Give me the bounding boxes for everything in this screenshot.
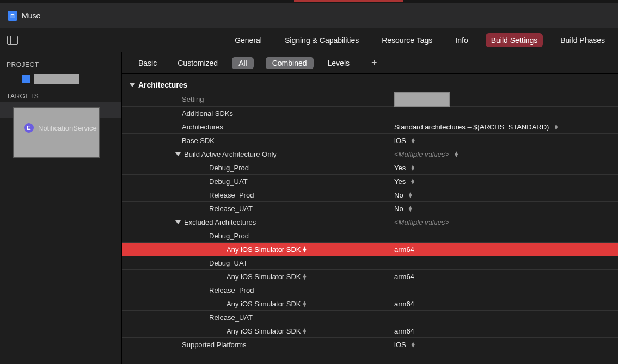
config-value[interactable]: Yes ▲▼ bbox=[394, 164, 618, 172]
setting-base-sdk[interactable]: Base SDK iOS ▲▼ bbox=[122, 133, 618, 147]
setting-value[interactable]: Standard architectures – $(ARCHS_STANDAR… bbox=[394, 123, 618, 131]
column-header-row: Setting bbox=[122, 92, 618, 106]
tab-signing[interactable]: Signing & Capabilities bbox=[279, 33, 364, 47]
setting-supported-platforms[interactable]: Supported Platforms iOS ▲▼ bbox=[122, 337, 618, 351]
sdk-label: Any iOS Simulator SDK ▲▼ bbox=[122, 300, 394, 308]
target-label: NotificationService bbox=[38, 124, 97, 132]
stepper-icon: ▲▼ bbox=[408, 192, 413, 198]
excluded-release-prod[interactable]: Release_Prod bbox=[122, 283, 618, 297]
config-value[interactable]: No ▲▼ bbox=[394, 191, 618, 199]
tab-build-phases[interactable]: Build Phases bbox=[555, 33, 610, 47]
project-file-icon bbox=[22, 75, 30, 83]
disclosure-down-icon bbox=[175, 220, 181, 224]
setting-label: Supported Platforms bbox=[122, 341, 394, 349]
project-section-label: PROJECT bbox=[7, 61, 115, 69]
sdk-label-text: Any iOS Simulator SDK bbox=[227, 300, 301, 308]
setting-value-text: <Multiple values> bbox=[394, 218, 449, 226]
config-label: Debug_Prod bbox=[122, 164, 394, 172]
tab-general[interactable]: General bbox=[229, 33, 267, 47]
config-debug-uat[interactable]: Debug_UAT Yes ▲▼ bbox=[122, 174, 618, 188]
sdk-label-text: Any iOS Simulator SDK bbox=[227, 245, 301, 254]
sdk-label: Any iOS Simulator SDK ▲▼ bbox=[122, 273, 394, 281]
tab-info[interactable]: Info bbox=[450, 33, 473, 47]
setting-value[interactable]: <Multiple values> ▲▼ bbox=[394, 150, 618, 158]
section-title: Architectures bbox=[138, 81, 187, 89]
stepper-icon: ▲▼ bbox=[302, 246, 308, 252]
config-value[interactable]: Yes ▲▼ bbox=[394, 177, 618, 186]
excluded-debug-prod-sdk[interactable]: Any iOS Simulator SDK ▲▼ arm64 bbox=[122, 242, 618, 256]
stepper-icon: ▲▼ bbox=[553, 124, 559, 129]
config-label: Release_Prod bbox=[122, 286, 394, 294]
filter-levels[interactable]: Levels bbox=[321, 57, 356, 69]
target-column-redacted bbox=[394, 92, 450, 107]
setting-label-text: Build Active Architecture Only bbox=[184, 150, 277, 158]
sdk-value[interactable]: arm64 bbox=[394, 300, 618, 308]
tab-resource-tags[interactable]: Resource Tags bbox=[376, 33, 438, 47]
project-row[interactable] bbox=[20, 73, 115, 85]
stepper-icon: ▲▼ bbox=[410, 165, 415, 170]
sdk-label-text: Any iOS Simulator SDK bbox=[227, 327, 301, 335]
excluded-release-prod-sdk[interactable]: Any iOS Simulator SDK ▲▼ arm64 bbox=[122, 297, 618, 310]
tab-build-settings[interactable]: Build Settings bbox=[486, 33, 543, 47]
targets-section-label: TARGETS bbox=[7, 92, 115, 100]
stepper-icon: ▲▼ bbox=[410, 178, 415, 184]
view-segment: Combined Levels bbox=[266, 57, 356, 69]
extension-badge-icon: E bbox=[24, 123, 34, 133]
target-notificationservice[interactable]: E NotificationService bbox=[20, 121, 115, 135]
config-debug-prod[interactable]: Debug_Prod Yes ▲▼ bbox=[122, 161, 618, 174]
config-label: Release_UAT bbox=[122, 205, 394, 213]
setting-value-text: <Multiple values> bbox=[394, 150, 449, 158]
excluded-debug-uat-sdk[interactable]: Any iOS Simulator SDK ▲▼ arm64 bbox=[122, 269, 618, 283]
excluded-release-uat-sdk[interactable]: Any iOS Simulator SDK ▲▼ arm64 bbox=[122, 324, 618, 337]
config-release-uat[interactable]: Release_UAT No ▲▼ bbox=[122, 201, 618, 215]
filter-bar: Basic Customized All Combined Levels + bbox=[122, 52, 618, 74]
config-value[interactable]: No ▲▼ bbox=[394, 205, 618, 213]
filter-customized[interactable]: Customized bbox=[171, 57, 224, 69]
config-value-text: No bbox=[394, 191, 403, 199]
config-value-text: Yes bbox=[394, 164, 406, 172]
scope-segment: Basic Customized All bbox=[132, 57, 254, 69]
setting-value[interactable]: iOS ▲▼ bbox=[394, 137, 618, 145]
sdk-label: Any iOS Simulator SDK ▲▼ bbox=[122, 327, 394, 335]
section-architectures[interactable]: Architectures bbox=[122, 74, 618, 92]
tabbar-left bbox=[0, 36, 25, 45]
sidebar-toggle-icon[interactable] bbox=[7, 36, 18, 45]
sidebar: PROJECT TARGETS E NotificationService bbox=[0, 52, 122, 364]
project-icon bbox=[8, 11, 17, 21]
filter-combined[interactable]: Combined bbox=[266, 57, 314, 69]
add-setting-button[interactable]: + bbox=[371, 57, 377, 69]
target-selected-row[interactable] bbox=[0, 102, 121, 118]
stepper-icon: ▲▼ bbox=[454, 151, 459, 157]
setting-build-active-arch[interactable]: Build Active Architecture Only <Multiple… bbox=[122, 147, 618, 161]
excluded-debug-uat[interactable]: Debug_UAT bbox=[122, 256, 618, 269]
setting-value-text: iOS bbox=[394, 137, 406, 145]
project-name-redacted bbox=[34, 74, 79, 84]
setting-additional-sdks[interactable]: Additional SDKs bbox=[122, 106, 618, 120]
setting-value[interactable]: <Multiple values> bbox=[394, 218, 618, 226]
config-release-prod[interactable]: Release_Prod No ▲▼ bbox=[122, 188, 618, 201]
sdk-value[interactable]: arm64 bbox=[394, 245, 618, 254]
top-error-indicator bbox=[294, 0, 403, 2]
setting-value-text: iOS bbox=[394, 341, 406, 349]
excluded-release-uat[interactable]: Release_UAT bbox=[122, 310, 618, 324]
setting-excluded-arch[interactable]: Excluded Architectures <Multiple values> bbox=[122, 215, 618, 229]
stepper-icon: ▲▼ bbox=[302, 328, 308, 334]
config-value-text: No bbox=[394, 205, 403, 213]
sdk-value[interactable]: arm64 bbox=[394, 273, 618, 281]
setting-architectures[interactable]: Architectures Standard architectures – $… bbox=[122, 120, 618, 133]
disclosure-down-icon bbox=[130, 83, 135, 87]
sdk-label-text: Any iOS Simulator SDK bbox=[227, 273, 301, 281]
stepper-icon: ▲▼ bbox=[302, 274, 308, 279]
excluded-debug-prod[interactable]: Debug_Prod bbox=[122, 229, 618, 242]
setting-label: Architectures bbox=[122, 123, 394, 131]
sdk-value[interactable]: arm64 bbox=[394, 327, 618, 335]
config-label: Debug_Prod bbox=[122, 232, 394, 240]
stepper-icon: ▲▼ bbox=[411, 138, 416, 143]
setting-value[interactable]: iOS ▲▼ bbox=[394, 341, 618, 349]
stepper-icon: ▲▼ bbox=[411, 342, 416, 347]
filter-all[interactable]: All bbox=[232, 57, 254, 69]
filter-basic[interactable]: Basic bbox=[132, 57, 163, 69]
settings-content: Basic Customized All Combined Levels + A… bbox=[122, 52, 618, 364]
stepper-icon: ▲▼ bbox=[302, 301, 308, 306]
config-label: Release_UAT bbox=[122, 313, 394, 322]
